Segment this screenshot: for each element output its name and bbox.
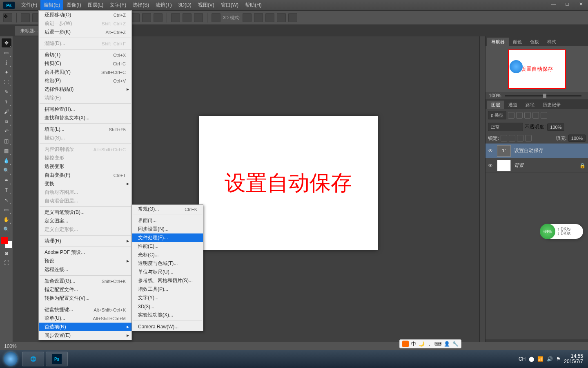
distribute-icon[interactable] bbox=[194, 13, 203, 22]
menu-item[interactable]: 变换 bbox=[39, 180, 131, 188]
eyedropper-tool[interactable]: ✎ bbox=[2, 88, 11, 96]
navigator-thumbnail[interactable]: 设置自动保存 bbox=[508, 49, 566, 89]
panel-tab[interactable]: 色板 bbox=[526, 38, 543, 46]
heal-tool[interactable]: ⚕ bbox=[2, 97, 11, 106]
tray-flag-icon[interactable]: ⚑ bbox=[556, 356, 561, 362]
crop-tool[interactable]: ⛶ bbox=[2, 78, 11, 87]
menu-item[interactable]: 粘贴(P)Ctrl+V bbox=[39, 76, 131, 85]
move-tool[interactable]: ✥ bbox=[2, 38, 11, 47]
menu-item[interactable]: 透视变形 bbox=[39, 162, 131, 171]
fill-input[interactable]: 100% bbox=[568, 135, 586, 142]
menu-item[interactable]: 填充(L)...Shift+F5 bbox=[39, 125, 131, 134]
menu-item[interactable]: 常规(G)...Ctrl+K bbox=[132, 205, 203, 213]
layer-thumb[interactable] bbox=[497, 160, 511, 171]
menu-选择(S)[interactable]: 选择(S) bbox=[129, 0, 152, 10]
menu-item[interactable]: 转换为配置文件(V)... bbox=[39, 294, 131, 303]
menu-item[interactable]: 3D(3)... bbox=[132, 302, 203, 311]
foreground-color[interactable] bbox=[1, 237, 8, 244]
menu-item[interactable]: 同步设置(E) bbox=[39, 331, 131, 340]
lock-pixels-icon[interactable] bbox=[509, 135, 515, 141]
panel-tab[interactable]: 路径 bbox=[521, 101, 539, 109]
type-tool[interactable]: T bbox=[2, 186, 11, 195]
float-widget[interactable]: 64% ↑ 0K/s ↓ 0K/s bbox=[542, 224, 583, 239]
eraser-tool[interactable]: ◫ bbox=[2, 137, 11, 146]
pen-tool[interactable]: ✒ bbox=[2, 176, 11, 185]
menu-item[interactable]: 剪切(T)Ctrl+X bbox=[39, 51, 131, 59]
history-brush-tool[interactable]: ↶ bbox=[2, 127, 11, 136]
menu-item[interactable]: 合并拷贝(Y)Shift+Ctrl+C bbox=[39, 68, 131, 76]
distribute-icon[interactable] bbox=[142, 13, 151, 22]
distribute-icon[interactable] bbox=[212, 13, 220, 22]
menu-图像(I)[interactable]: 图像(I) bbox=[63, 0, 84, 10]
menu-item[interactable]: 增效工具(P)... bbox=[132, 285, 203, 294]
menu-item[interactable]: 参考线、网格和切片(S)... bbox=[132, 276, 203, 285]
menu-item[interactable]: 清理(R) bbox=[39, 237, 131, 245]
blend-mode-select[interactable]: 正常 bbox=[488, 123, 523, 131]
menu-item[interactable]: 文字(Y)... bbox=[132, 294, 203, 302]
menu-item[interactable]: 后退一步(K)Alt+Ctrl+Z bbox=[39, 28, 131, 36]
maximize-button[interactable]: □ bbox=[561, 0, 573, 8]
tray-clock[interactable]: 14:552015/7/7 bbox=[564, 354, 583, 364]
visibility-icon[interactable]: 👁 bbox=[488, 163, 494, 168]
person-icon[interactable]: 👤 bbox=[444, 341, 450, 347]
minimize-button[interactable]: — bbox=[547, 0, 559, 8]
layer-thumb[interactable]: T bbox=[497, 145, 511, 157]
path-select-tool[interactable]: ↖ bbox=[2, 195, 11, 204]
ime-lang[interactable]: 中 bbox=[411, 341, 416, 348]
sogou-icon[interactable] bbox=[402, 341, 409, 347]
navigator-preview[interactable]: 设置自动保存 bbox=[486, 46, 588, 92]
menu-item[interactable]: 首选项(N) bbox=[39, 323, 131, 331]
wrench-icon[interactable]: 🔧 bbox=[452, 341, 459, 347]
lock-position-icon[interactable] bbox=[517, 135, 523, 141]
menu-item[interactable]: 性能(E)... bbox=[132, 242, 203, 251]
move-tool-icon[interactable]: ✥ bbox=[3, 13, 12, 22]
taskbar-app[interactable]: 🌐 bbox=[22, 352, 44, 366]
lasso-tool[interactable]: ⟆ bbox=[2, 58, 11, 67]
menu-图层(L)[interactable]: 图层(L) bbox=[85, 0, 107, 10]
panel-tab[interactable]: 样式 bbox=[543, 38, 560, 46]
distribute-icon[interactable] bbox=[183, 13, 192, 22]
3d-icon[interactable] bbox=[277, 13, 286, 22]
navigator-zoom-row[interactable]: 100% bbox=[486, 92, 588, 99]
3d-icon[interactable] bbox=[254, 13, 263, 22]
filter-image-icon[interactable] bbox=[508, 112, 514, 119]
quickmask-toggle[interactable]: ◙ bbox=[2, 249, 11, 258]
tray-volume-icon[interactable]: 🔊 bbox=[547, 356, 553, 362]
menu-item[interactable]: Camera Raw(W)... bbox=[132, 322, 203, 331]
panel-tab[interactable]: 颜色 bbox=[509, 38, 526, 46]
tray-icon[interactable]: ⬤ bbox=[529, 356, 534, 362]
menu-窗口(W)[interactable]: 窗口(W) bbox=[218, 0, 242, 10]
menu-滤镜(T)[interactable]: 滤镜(T) bbox=[152, 0, 175, 10]
menu-文字(Y)[interactable]: 文字(Y) bbox=[107, 0, 129, 10]
screenmode-toggle[interactable]: ⛶ bbox=[2, 258, 11, 267]
hand-tool[interactable]: ✋ bbox=[2, 215, 11, 224]
menu-帮助(H)[interactable]: 帮助(H) bbox=[242, 0, 265, 10]
document-canvas[interactable]: 设置自动保存 bbox=[199, 116, 378, 250]
panel-tab[interactable]: 通道 bbox=[504, 101, 521, 109]
keyboard-icon[interactable]: ⌨ bbox=[434, 341, 441, 347]
menu-item[interactable]: 菜单(U)...Alt+Shift+Ctrl+M bbox=[39, 314, 131, 323]
menu-item[interactable]: 还原移动(O)Ctrl+Z bbox=[39, 11, 131, 19]
status-zoom[interactable]: 100% bbox=[4, 343, 17, 349]
comma-icon[interactable]: ， bbox=[427, 341, 432, 348]
menu-item[interactable]: 预设 bbox=[39, 257, 131, 265]
lock-transparent-icon[interactable] bbox=[501, 135, 507, 141]
moon-icon[interactable]: 🌙 bbox=[419, 341, 425, 347]
zoom-tool[interactable]: 🔍 bbox=[2, 225, 11, 234]
wand-tool[interactable]: ✦ bbox=[2, 68, 11, 77]
ime-toolbar[interactable]: 中 🌙 ， ⌨ 👤 🔧 bbox=[399, 339, 461, 348]
collapsed-panel-strip[interactable] bbox=[479, 36, 485, 350]
filter-shape-icon[interactable] bbox=[532, 112, 539, 119]
menu-文件(F)[interactable]: 文件(F) bbox=[18, 0, 40, 10]
marquee-tool[interactable]: ▭ bbox=[2, 48, 11, 57]
visibility-icon[interactable]: 👁 bbox=[488, 148, 494, 154]
menu-3D(D)[interactable]: 3D(D) bbox=[175, 0, 195, 10]
menu-item[interactable]: 拼写检查(H)... bbox=[39, 105, 131, 114]
layer-row[interactable]: 👁T设置自动保存 bbox=[486, 144, 588, 158]
lock-all-icon[interactable] bbox=[525, 135, 532, 141]
panel-tab[interactable]: 图层 bbox=[487, 101, 504, 109]
tray-network-icon[interactable]: 📶 bbox=[537, 356, 543, 362]
filter-type-icon[interactable] bbox=[524, 112, 531, 119]
menu-编辑(E)[interactable]: 编辑(E) bbox=[40, 0, 63, 10]
filter-adjust-icon[interactable] bbox=[516, 112, 523, 119]
